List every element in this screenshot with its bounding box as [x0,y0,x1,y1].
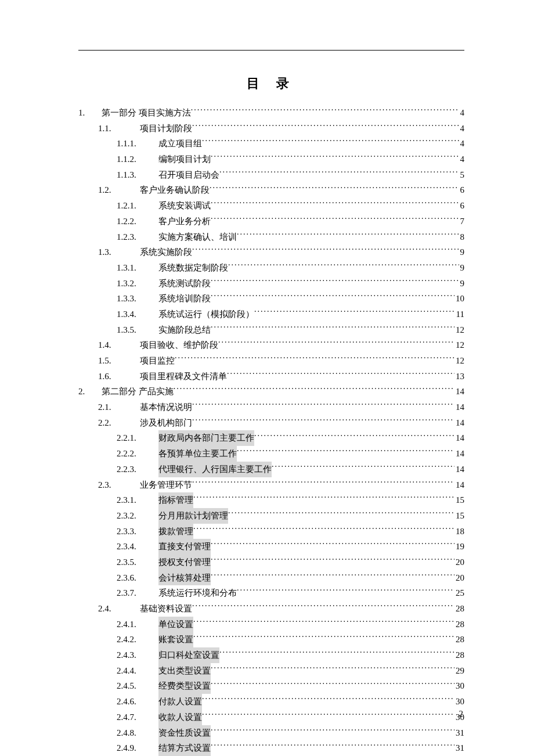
toc-entry-page: 15 [454,508,464,524]
toc-leader-dots [175,355,454,363]
toc-entry[interactable]: 2.3.6.会计核算处理20 [78,570,464,586]
toc-entry[interactable]: 2.2.2.各预算单位主要工作14 [78,446,464,462]
toc-entry-number: 2.4.5. [117,678,158,694]
toc-entry-page: 9 [459,260,465,276]
toc-entry[interactable]: 2.4.6.付款人设置30 [78,694,464,710]
toc-entry[interactable]: 1.3.3.系统培训阶段10 [78,291,464,307]
toc-entry-number: 2.2.2. [117,446,158,462]
toc-entry-title: 基本情况说明 [140,399,192,415]
toc-entry-number: 1. [78,105,102,121]
toc-entry-page: 9 [459,276,465,291]
toc-entry-page: 31 [454,740,464,756]
toc-entry[interactable]: 2.4.8.资金性质设置31 [78,725,464,741]
toc-entry[interactable]: 1.3.系统实施阶段9 [78,244,464,260]
toc-entry[interactable]: 1.5.项目监控12 [78,353,464,369]
toc-entry[interactable]: 2.2.1.财政局内各部门主要工作14 [78,430,464,446]
toc-entry[interactable]: 2.1.基本情况说明14 [78,399,464,415]
toc-entry[interactable]: 2.3.1.指标管理15 [78,492,464,508]
toc-entry-page: 20 [454,555,464,570]
toc-entry[interactable]: 2.4.7.收款人设置30 [78,710,464,725]
page-container: 目 录 1.第一部分 项目实施方法41.1.项目计划阶段41.1.1.成立项目组… [0,0,534,756]
toc-leader-dots [211,742,454,751]
toc-entry-page: 4 [459,121,465,136]
toc-entry[interactable]: 1.1.1.成立项目组4 [78,136,464,152]
toc-entry[interactable]: 1.1.3.召开项目启动会5 [78,167,464,183]
toc-entry-title: 分月用款计划管理 [158,508,228,524]
toc-entry-page: 14 [454,446,464,462]
toc-entry-page: 6 [459,198,465,214]
toc-entry[interactable]: 2.4.5.经费类型设置30 [78,678,464,694]
toc-leader-dots [211,572,454,581]
toc-entry-title: 经费类型设置 [158,678,211,694]
toc-entry-page: 11 [455,307,464,322]
toc-entry[interactable]: 2.3.5.授权支付管理20 [78,555,464,570]
toc-entry[interactable]: 1.3.1.系统数据定制阶段9 [78,260,464,276]
toc-leader-dots [211,293,454,301]
toc-entry[interactable]: 2.3.3.拨款管理18 [78,524,464,539]
toc-entry-page: 14 [454,477,464,493]
toc-entry[interactable]: 2.2.3.代理银行、人行国库主要工作14 [78,462,464,477]
toc-entry-title: 资金性质设置 [158,725,211,741]
toc-entry-number: 2.4.7. [117,710,158,725]
toc-entry[interactable]: 1.1.2.编制项目计划4 [78,152,464,167]
toc-entry[interactable]: 1.4.项目验收、维护阶段12 [78,337,464,353]
toc-leader-dots [254,432,454,441]
toc-entry[interactable]: 1.3.5.实施阶段总结12 [78,322,464,338]
toc-entry[interactable]: 1.2.1.系统安装调试6 [78,198,464,214]
toc-entry-title: 系统运行环境和分布 [158,585,237,601]
toc-entry[interactable]: 1.第一部分 项目实施方法4 [78,105,464,121]
toc-leader-dots [193,494,454,503]
toc-entry[interactable]: 2.4.基础资料设置28 [78,601,464,617]
toc-leader-dots [202,696,454,704]
toc-entry[interactable]: 1.6.项目里程碑及文件清单13 [78,369,464,384]
toc-entry-number: 2. [78,384,102,399]
toc-leader-dots [211,200,459,208]
toc-entry-number: 2.3.3. [117,524,158,539]
toc-entry[interactable]: 2.第二部分 产品实施14 [78,384,464,399]
toc-entry-page: 14 [454,430,464,446]
toc-leader-dots [192,417,454,426]
toc-leader-dots [211,153,459,162]
toc-entry[interactable]: 2.3.2.分月用款计划管理15 [78,508,464,524]
toc-entry-title: 支出类型设置 [158,663,211,679]
toc-entry[interactable]: 1.2.2.客户业务分析7 [78,214,464,229]
toc-entry[interactable]: 2.4.1.单位设置28 [78,617,464,632]
toc-entry-page: 18 [454,524,464,539]
toc-entry-title: 拨款管理 [158,524,193,539]
toc-entry-page: 31 [454,725,464,741]
toc-entry[interactable]: 2.3.4.直接支付管理19 [78,539,464,555]
toc-entry[interactable]: 2.2.涉及机构部门14 [78,415,464,431]
toc-entry[interactable]: 2.4.3.归口科处室设置28 [78,647,464,663]
toc-entry[interactable]: 1.2.客户业务确认阶段6 [78,182,464,198]
toc-leader-dots [192,603,454,611]
toc-entry-page: 4 [459,105,465,121]
toc-entry[interactable]: 1.1.项目计划阶段4 [78,121,464,136]
toc-entry-number: 2.4.3. [117,647,158,663]
toc-heading: 目 录 [78,75,464,92]
toc-entry-title: 授权支付管理 [158,555,211,570]
toc-leader-dots [202,138,459,146]
toc-entry[interactable]: 1.3.2.系统测试阶段9 [78,276,464,291]
toc-entry-number: 1.6. [98,369,140,384]
toc-entry[interactable]: 2.4.9.结算方式设置31 [78,740,464,756]
toc-leader-dots [192,123,459,131]
toc-entry-title: 客户业务确认阶段 [140,182,210,198]
toc-entry-title: 项目计划阶段 [140,121,192,136]
toc-leader-dots [218,339,454,348]
toc-entry-page: 14 [454,384,464,399]
toc-entry-number: 2.4.4. [117,663,158,679]
toc-entry[interactable]: 2.4.4.支出类型设置29 [78,663,464,679]
toc-entry[interactable]: 1.3.4.系统试运行（模拟阶段）11 [78,307,464,322]
toc-entry-title: 编制项目计划 [158,152,211,167]
toc-leader-dots [202,711,454,720]
toc-entry-title: 收款人设置 [158,710,202,725]
toc-entry-page: 5 [459,167,465,183]
toc-entry-title: 系统安装调试 [158,198,211,214]
toc-entry[interactable]: 2.3.业务管理环节14 [78,477,464,493]
toc-entry[interactable]: 1.2.3.实施方案确认、培训8 [78,229,464,245]
toc-entry[interactable]: 2.3.7.系统运行环境和分布25 [78,585,464,601]
toc-entry[interactable]: 2.4.2.账套设置28 [78,632,464,647]
toc-entry-number: 1.3. [98,244,140,260]
toc-leader-dots [192,246,459,255]
toc-entry-title: 成立项目组 [158,136,202,152]
